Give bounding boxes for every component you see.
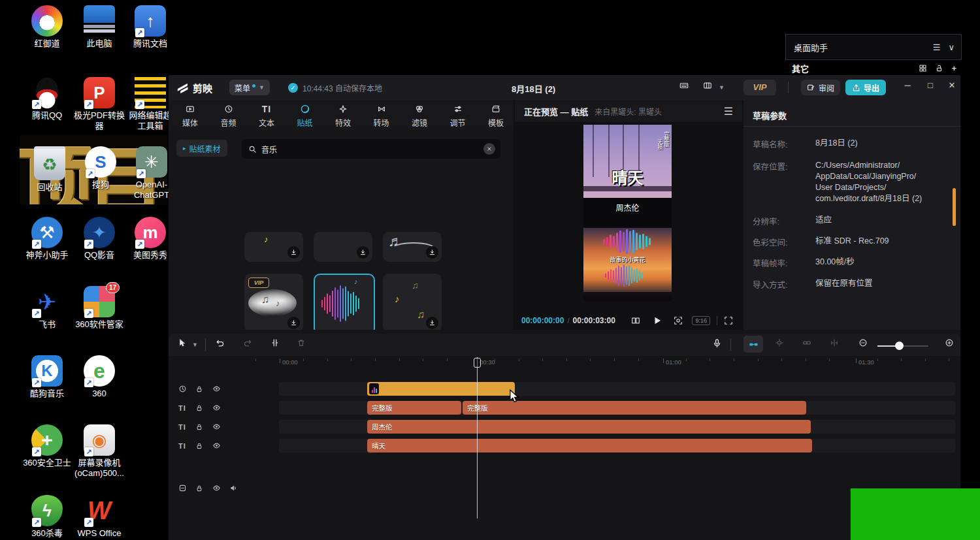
tab-模板[interactable]: 模板 [477, 103, 515, 128]
desktop-icon-pdf[interactable]: P↗极光PDF转换器 [72, 77, 127, 131]
sticker-tile-waveform[interactable]: ♪ [314, 274, 375, 335]
zoom-slider-handle[interactable] [895, 341, 904, 350]
eye-icon[interactable] [208, 404, 225, 412]
sticker-tile-note-spark[interactable]: ♪ [244, 232, 303, 262]
desktop-icon-monitor[interactable]: 此电脑 [72, 5, 127, 49]
split-view-icon[interactable] [631, 316, 640, 325]
eye-icon[interactable] [208, 385, 225, 393]
tab-音频[interactable]: 音频 [210, 103, 248, 128]
desktop-icon-shield[interactable]: ϟ↗360杀毒 [20, 495, 74, 539]
desktop-icon-ocam[interactable]: ◉↗屏幕录像机 (oCam)500... [72, 424, 127, 479]
speaker-icon[interactable] [225, 484, 242, 492]
text-track-icon[interactable]: TI [174, 442, 191, 450]
zoom-in-icon[interactable] [945, 338, 954, 347]
text-track-clip[interactable]: 完整版 [367, 401, 461, 415]
lock-icon[interactable] [191, 404, 208, 412]
desktop-icon-browser360[interactable]: e↗360 [72, 355, 127, 399]
close-button[interactable]: ✕ [945, 80, 959, 90]
snap-toggle-active[interactable] [743, 336, 763, 353]
download-button[interactable] [357, 246, 369, 259]
grid-icon[interactable] [919, 63, 927, 73]
desktop-icon-sogou[interactable]: S↗搜狗 [73, 146, 128, 190]
delete-icon[interactable] [297, 338, 306, 347]
aspect-ratio-badge[interactable]: 9:16 [692, 316, 710, 325]
desktop-icon-kugou[interactable]: K↗酷狗音乐 [20, 355, 74, 399]
undo-icon[interactable] [216, 338, 225, 347]
sticker-tile-empty[interactable] [314, 232, 372, 262]
zoom-out-icon[interactable] [858, 338, 868, 347]
sticker-track-clip[interactable] [367, 382, 515, 396]
tab-媒体[interactable]: 媒体 [171, 103, 209, 128]
desktop-icon-trash[interactable]: ♻回收站 [22, 146, 77, 193]
menu-button[interactable]: 菜单 ▼ [229, 80, 270, 95]
desktop-icon-axe[interactable]: ⚒↗神斧小助手 [20, 217, 74, 261]
split-tool-icon[interactable] [270, 338, 280, 347]
tab-特效[interactable]: 特效 [324, 103, 362, 128]
preview-axis-icon[interactable] [830, 338, 839, 347]
unlock-icon[interactable] [935, 63, 943, 73]
sidebar-item-sticker-material[interactable]: ▸ 贴纸素材 [176, 140, 227, 157]
select-tool-icon[interactable] [178, 338, 187, 347]
lock-icon[interactable] [191, 385, 208, 393]
layout-icon[interactable] [703, 81, 712, 90]
playhead-handle[interactable] [474, 358, 481, 368]
desktop-icon-qqplayer[interactable]: ✦↗QQ影音 [72, 217, 127, 261]
search-input[interactable]: 音乐 [242, 139, 500, 159]
chevron-down-icon[interactable]: ∨ [948, 42, 955, 52]
sticker-tile-yellow-notes[interactable]: ♫♪♫ [383, 274, 442, 332]
sticker-tile-staff-swirl[interactable]: ♬ [383, 232, 442, 262]
text-track-clip[interactable]: 周杰伦 [367, 420, 811, 434]
plus-icon[interactable]: + [951, 63, 956, 73]
linkage-icon[interactable] [802, 338, 811, 347]
clear-search-button[interactable] [483, 143, 495, 155]
text-track-icon[interactable]: TI [174, 423, 191, 431]
text-track-clip[interactable]: 晴天 [367, 439, 812, 453]
download-button[interactable] [287, 246, 300, 259]
download-button[interactable] [426, 317, 438, 329]
desktop-icon-safe360[interactable]: +↗360安全卫士 [20, 424, 74, 468]
tab-文本[interactable]: TI文本 [248, 103, 286, 128]
desktop-icon-petals[interactable]: ↗17360软件管家 [72, 286, 127, 330]
lock-icon[interactable] [191, 484, 208, 492]
hamburger-icon[interactable]: ☰ [933, 42, 941, 52]
text-track-icon[interactable]: TI [174, 404, 191, 412]
redo-icon[interactable] [243, 338, 252, 347]
desktop-icon-docs[interactable]: ↑↗腾讯文档 [123, 5, 178, 49]
keyboard-shortcuts-icon[interactable] [679, 81, 689, 90]
tab-转场[interactable]: 转场 [363, 103, 400, 128]
eye-icon[interactable] [208, 484, 225, 492]
play-button[interactable] [652, 315, 662, 326]
lock-icon[interactable] [191, 442, 208, 450]
tab-滤镜[interactable]: 滤镜 [400, 103, 438, 128]
desktop-icon-rainbow[interactable]: 红御道 [20, 5, 74, 49]
lock-icon[interactable] [191, 423, 208, 431]
sticker-tile-smoke-notes[interactable]: ♫♪VIP [244, 274, 303, 332]
tab-贴纸[interactable]: 贴纸 [286, 103, 324, 128]
download-button[interactable] [287, 317, 300, 329]
widget-other-section[interactable]: 其它 + [785, 60, 960, 76]
desktop-icon-feishu[interactable]: ✈↗飞书 [20, 286, 74, 330]
chevron-down-icon[interactable]: ▼ [719, 84, 725, 91]
vip-badge[interactable]: VIP [743, 80, 776, 95]
fullscreen-icon[interactable] [724, 316, 733, 325]
review-button[interactable]: 审阅 [801, 80, 840, 95]
download-button[interactable] [426, 246, 438, 259]
scrollbar[interactable] [953, 188, 956, 226]
video-preview[interactable]: 晴天 完整版 无损 周杰伦 故事的小黄花 [583, 125, 672, 301]
tab-调节[interactable]: 调节 [439, 103, 477, 128]
eye-icon[interactable] [208, 422, 225, 431]
microphone-icon[interactable] [712, 338, 722, 348]
focus-icon[interactable] [674, 316, 683, 325]
clock-icon[interactable] [174, 385, 191, 393]
maximize-button[interactable]: □ [923, 80, 938, 90]
desktop-assistant-panel[interactable]: 桌面助手 ☰ ∨ [785, 34, 962, 60]
auto-snap-icon[interactable] [775, 338, 784, 347]
box-icon[interactable] [174, 484, 191, 492]
export-button[interactable]: 导出 [845, 80, 886, 95]
hamburger-icon[interactable]: ☰ [724, 105, 733, 118]
playhead-line[interactable] [477, 357, 478, 518]
desktop-icon-wps[interactable]: W↗WPS Office [72, 495, 127, 539]
minimize-button[interactable]: ─ [900, 80, 915, 90]
desktop-icon-qq[interactable]: ↗腾讯QQ [20, 77, 74, 121]
chevron-down-icon[interactable]: ▼ [192, 341, 198, 348]
